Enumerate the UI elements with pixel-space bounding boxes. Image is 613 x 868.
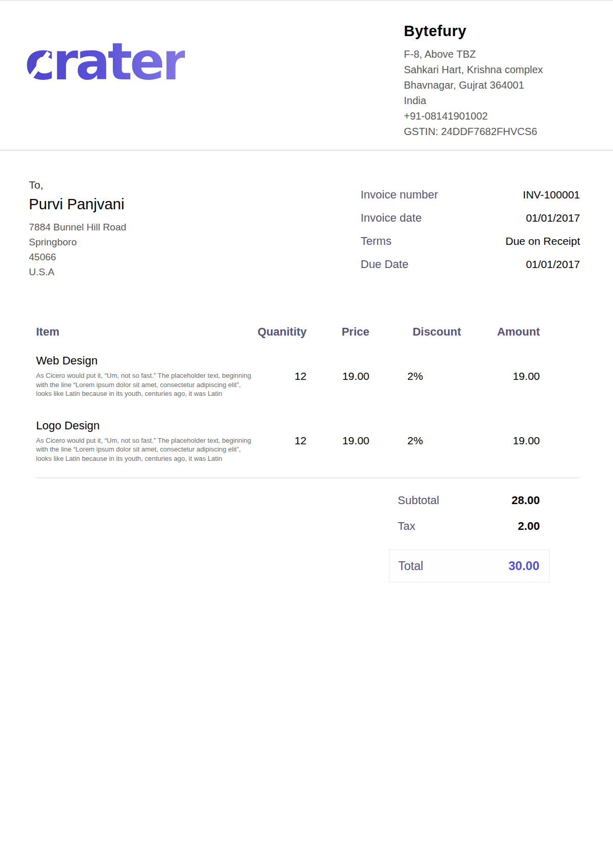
customer-name: Purvi Panjvani — [29, 196, 126, 213]
item-discount: 2% — [369, 370, 461, 382]
invoice-meta-block: Invoice number INV-100001 Invoice date 0… — [361, 188, 580, 281]
item-price: 19.00 — [306, 370, 369, 382]
terms-label: Terms — [361, 235, 391, 248]
bill-to-label: To, — [29, 179, 126, 191]
item-name: Logo Design — [36, 419, 258, 432]
spacer — [36, 341, 580, 354]
invoice-number-value: INV-100001 — [523, 189, 580, 201]
customer-address-line: 7884 Bunnel Hill Road — [29, 220, 126, 235]
invoice-meta-row: Invoice date 01/01/2017 — [361, 211, 580, 225]
company-address-line: Bhavnagar, Gujrat 364001 — [404, 77, 580, 93]
totals-section: Subtotal 28.00 Tax 2.00 Total 30.00 — [389, 494, 550, 582]
invoice-number-label: Invoice number — [361, 188, 438, 202]
spacer — [36, 398, 580, 419]
tax-value: 2.00 — [518, 520, 540, 533]
column-header-amount: Amount — [461, 325, 540, 341]
terms-value: Due on Receipt — [505, 235, 580, 247]
items-table-header: Item Quanitity Price Discount Amount — [36, 325, 580, 341]
invoice-date-value: 01/01/2017 — [526, 212, 580, 224]
customer-address: 7884 Bunnel Hill Road Springboro 45066 U… — [29, 220, 126, 279]
due-date-label: Due Date — [361, 258, 408, 271]
total-value: 30.00 — [508, 559, 539, 573]
column-header-price: Price — [306, 325, 369, 341]
tax-label: Tax — [398, 520, 415, 533]
item-price: 19.00 — [306, 435, 369, 447]
subtotal-value: 28.00 — [512, 494, 540, 507]
subtotal-label: Subtotal — [398, 494, 439, 507]
company-gstin: GSTIN: 24DDF7682FHVCS6 — [404, 124, 580, 139]
item-cell: Logo Design As Cicero would put it, “Um,… — [36, 419, 258, 463]
item-description: As Cicero would put it, “Um, not so fast… — [36, 436, 257, 463]
item-row: Logo Design As Cicero would put it, “Um,… — [36, 419, 580, 463]
company-address-line: Sahkari Hart, Krishna complex — [404, 62, 580, 77]
customer-address-line: U.S.A — [29, 264, 126, 279]
column-header-quantity: Quanitity — [258, 325, 306, 341]
company-address-line: F-8, Above TBZ — [404, 46, 580, 62]
company-address: F-8, Above TBZ Sahkari Hart, Krishna com… — [404, 46, 580, 139]
company-info: Bytefury F-8, Above TBZ Sahkari Hart, Kr… — [404, 23, 580, 139]
column-header-discount: Discount — [369, 325, 461, 341]
company-phone: +91-08141901002 — [404, 108, 580, 124]
item-description: As Cicero would put it, “Um, not so fast… — [36, 371, 257, 398]
item-discount: 2% — [369, 435, 461, 447]
bill-to-block: To, Purvi Panjvani 7884 Bunnel Hill Road… — [29, 179, 126, 281]
crater-logo-text: crater — [25, 31, 185, 92]
items-table: Item Quanitity Price Discount Amount Web… — [36, 325, 580, 478]
customer-address-line: 45066 — [29, 249, 126, 264]
invoice-header: crater Bytefury F-8, Above TBZ Sahkari H… — [0, 1, 613, 151]
item-amount: 19.00 — [461, 370, 540, 382]
invoice-meta-row: Terms Due on Receipt — [361, 235, 580, 248]
customer-address-line: Springboro — [29, 235, 126, 249]
item-row: Web Design As Cicero would put it, “Um, … — [36, 354, 580, 398]
item-amount: 19.00 — [461, 435, 540, 447]
item-quantity: 12 — [258, 370, 306, 382]
invoice-page: crater Bytefury F-8, Above TBZ Sahkari H… — [0, 0, 613, 868]
item-cell: Web Design As Cicero would put it, “Um, … — [36, 354, 258, 398]
item-quantity: 12 — [258, 435, 306, 447]
invoice-date-label: Invoice date — [361, 211, 422, 225]
company-address-line: India — [404, 93, 580, 108]
total-label: Total — [398, 559, 423, 573]
crater-logo: crater — [25, 36, 185, 88]
invoice-meta-row: Invoice number INV-100001 — [361, 188, 580, 202]
invoice-meta-row: Due Date 01/01/2017 — [361, 258, 580, 271]
company-name: Bytefury — [404, 23, 580, 40]
addresses-section: To, Purvi Panjvani 7884 Bunnel Hill Road… — [0, 151, 613, 281]
due-date-value: 01/01/2017 — [526, 258, 580, 271]
subtotal-row: Subtotal 28.00 — [389, 494, 550, 507]
column-header-item: Item — [36, 325, 258, 341]
tax-row: Tax 2.00 — [389, 520, 550, 533]
total-box: Total 30.00 — [389, 549, 550, 582]
item-name: Web Design — [36, 354, 258, 368]
